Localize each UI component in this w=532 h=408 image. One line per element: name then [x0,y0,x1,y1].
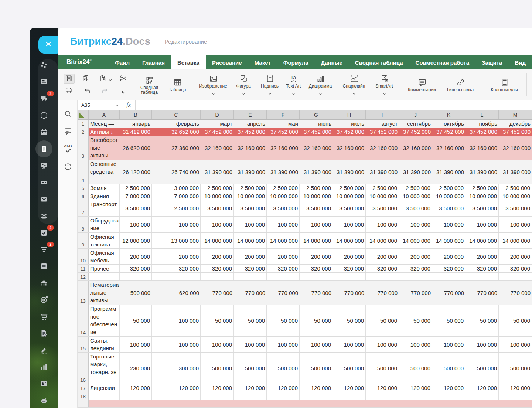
cell-G18[interactable] [300,392,333,400]
cell-K18[interactable] [432,392,466,400]
shape-button[interactable]: Фигура [231,73,256,96]
cell-J1[interactable]: сентябрь [399,120,432,127]
panel-button-spellcheck[interactable]: АБВ [58,142,78,156]
cell-K4[interactable]: 31 390 000 [432,160,466,184]
cell-L2[interactable]: 37 452 000 [466,128,499,136]
cell-A2[interactable]: Активы ↓ [89,128,120,136]
cell-A[interactable] [89,400,120,407]
paste-dropdown-chevron[interactable] [109,76,112,83]
sidebar-item-feed[interactable] [30,73,58,90]
paste-button[interactable] [98,74,109,84]
cell-A13[interactable]: Нематериальные активы [89,281,120,305]
cell-G6[interactable]: 10 000 000 [300,192,333,200]
sidebar-item-crm[interactable]: 2 [30,241,58,258]
cell-J12[interactable] [399,273,432,280]
cell-B9[interactable]: 12 000 000 [120,233,152,248]
cell-E4[interactable]: 31 390 000 [234,160,267,184]
cell-F14[interactable]: 50 000 [267,305,300,336]
sidebar-item-shop[interactable] [30,308,58,325]
cell-J[interactable] [399,400,432,407]
cell-G1[interactable]: июнь [300,120,333,127]
cell-L9[interactable]: 14 000 000 [466,233,499,248]
cell-A5[interactable]: Земля [89,184,120,192]
column-header-C[interactable]: C [152,110,201,119]
cell-G[interactable] [300,400,333,407]
cell-K7[interactable]: 3 500 000 [432,200,466,216]
column-header-E[interactable]: E [234,110,267,119]
cell-M13[interactable]: 770 000 [499,281,532,305]
insert-function-button[interactable]: fx [122,100,136,110]
cell-C4[interactable]: 26 740 000 [152,160,201,184]
ribbon-tab-8[interactable]: Совместная работа [409,55,476,69]
cell-L7[interactable]: 3 500 000 [466,200,499,216]
ribbon-tab-9[interactable]: Защита [475,55,508,69]
namebox-chevron[interactable] [115,102,119,108]
cell-B5[interactable]: 2 500 000 [120,184,152,192]
cell-D11[interactable]: 320 000 [201,265,234,272]
cell-H2[interactable]: 37 452 000 [333,128,366,136]
cell-G3[interactable]: 32 160 000 [300,136,333,160]
cell-H17[interactable]: 120 000 [333,384,366,392]
cell-C14[interactable]: 100 000 [152,305,201,336]
cell-J16[interactable]: 500 000 [399,353,432,384]
cell-B3[interactable]: 26 620 000 [120,136,152,160]
sidebar-item-drive[interactable] [30,174,58,191]
cell-C18[interactable] [152,392,201,400]
cell-H11[interactable]: 320 000 [333,265,366,272]
cell-J15[interactable]: 100 000 [399,337,432,352]
cell-D6[interactable]: 10 000 000 [201,192,234,200]
cell-K6[interactable]: 10 000 000 [432,192,466,200]
cell-G9[interactable]: 14 000 000 [300,233,333,248]
cell-A1[interactable]: Месяц — [89,120,120,127]
cell-D5[interactable]: 2 500 000 [201,184,234,192]
cell-H9[interactable]: 14 000 000 [333,233,366,248]
cell-I16[interactable]: 500 000 [366,353,399,384]
sidebar-item-contacts[interactable] [30,375,58,392]
cell-J13[interactable]: 770 000 [399,281,432,305]
row-header-11[interactable]: 11 [78,265,89,272]
cell-F8[interactable]: 100 000 [267,217,300,232]
cell-H14[interactable]: 50 000 [333,305,366,336]
cell-D9[interactable]: 14 000 000 [201,233,234,248]
cell-G14[interactable]: 50 000 [300,305,333,336]
ribbon-tab-1[interactable]: Главная [136,55,171,69]
cell-G2[interactable]: 37 452 000 [300,128,333,136]
cell-F1[interactable]: май [267,120,300,127]
cell-J9[interactable]: 14 000 000 [399,233,432,248]
cell-I10[interactable]: 200 000 [366,249,399,264]
cell-M15[interactable]: 100 000 [499,337,532,352]
row-header-14[interactable]: 14 [78,305,89,336]
cell-J8[interactable]: 100 000 [399,217,432,232]
cell-D[interactable] [201,400,234,407]
row-header-6[interactable]: 6 [78,192,89,200]
ribbon-tab-10[interactable]: Вид [508,55,532,69]
row-header-5[interactable]: 5 [78,184,89,192]
cell-L3[interactable]: 32 160 000 [466,136,499,160]
cell-E3[interactable]: 32 160 000 [234,136,267,160]
sidebar-item-mail[interactable] [30,191,58,207]
cell-F11[interactable]: 320 000 [267,265,300,272]
row-header-17[interactable]: 17 [78,384,89,392]
cell-B7[interactable]: 3 500 000 [120,200,152,216]
row-header-13[interactable]: 13 [78,281,89,305]
print-button[interactable] [64,86,75,96]
cell-G15[interactable]: 100 000 [300,337,333,352]
cell-D12[interactable] [201,273,234,280]
cell-G5[interactable]: 2 500 000 [300,184,333,192]
cell-H16[interactable]: 500 000 [333,353,366,384]
cell-D2[interactable]: 37 452 000 [201,128,234,136]
cell-H15[interactable]: 100 000 [333,337,366,352]
cell-K13[interactable]: 770 000 [432,281,466,305]
ribbon-tab-5[interactable]: Формула [277,55,315,69]
cell-F9[interactable]: 14 000 000 [267,233,300,248]
cell-D8[interactable]: 100 000 [201,217,234,232]
cell-M7[interactable]: 3 500 000 [499,200,532,216]
row-header-9[interactable]: 9 [78,233,89,248]
cell-F12[interactable] [267,273,300,280]
cell-B15[interactable]: 100 000 [120,337,152,352]
column-header-G[interactable]: G [300,110,333,119]
cell-B12[interactable] [120,273,152,280]
cell-M3[interactable]: 32 160 000 [499,136,532,160]
cell-G17[interactable]: 120 000 [300,384,333,392]
cell-J4[interactable]: 31 390 000 [399,160,432,184]
